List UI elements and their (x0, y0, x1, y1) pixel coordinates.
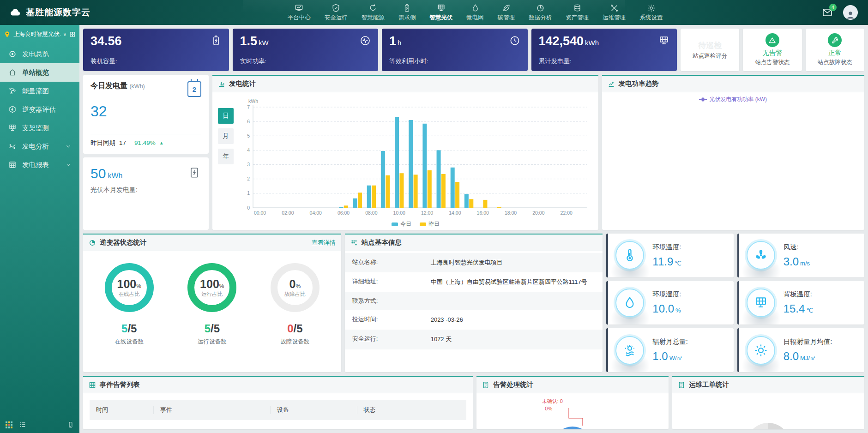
nav-item-icon (647, 4, 656, 12)
power-trend-panel: 发电功率趋势 024681000:0002:0004:0006:0008:001… (602, 75, 864, 230)
device-count: 5/5 (205, 322, 220, 335)
sidebar-item[interactable]: 单站概览 (0, 63, 79, 82)
charts-row: 今日发电量 (kWh) 2 32 昨日同期 17 91.49% ▲ 50kWh … (83, 75, 864, 230)
stat-value: 34.56 (90, 34, 222, 48)
svg-text:7: 7 (247, 104, 250, 110)
donut-ring: 100% 运行占比 (187, 263, 236, 312)
legend-item[interactable]: 昨日 (420, 220, 440, 228)
nav-item[interactable]: 运维管理 (602, 2, 627, 24)
nav-item[interactable]: 安全运行 (324, 2, 349, 24)
svg-text:08:00: 08:00 (365, 210, 377, 216)
palette-grid-icon[interactable] (6, 421, 12, 428)
weather-label: 背板温度: (784, 290, 813, 299)
site-info-row: 投运时间: 2023 -03-26 (345, 310, 603, 330)
site-info-panel: 站点基本信息 站点名称: 上海良时智慧光伏发电项目 详细地址: 中国（上海）自由… (345, 234, 603, 372)
brand: 基胜能源数字云 (0, 6, 139, 18)
sidebar-item[interactable]: 支架监测 (0, 119, 79, 137)
user-icon (845, 10, 856, 20)
sidebar-item-label: 发电总览 (22, 50, 49, 59)
period-tabs: 日月年 (217, 97, 236, 229)
nav-item[interactable]: 平台中心 (287, 2, 312, 24)
nav-item[interactable]: 微电网 (465, 2, 485, 24)
weather-card: 辐射月总量: 1.0W/㎡ (606, 328, 733, 372)
mobile-icon[interactable] (67, 421, 74, 428)
donut-percent: 100% (117, 277, 141, 291)
info-label: 投运时间: (352, 315, 431, 325)
stat-icon (360, 35, 371, 46)
work-order-panel: 运维工单统计 (672, 376, 864, 429)
chevron-down-icon: ∨ (63, 32, 66, 37)
nav-item-label: 智慧光伏 (429, 14, 452, 22)
nav-item-label: 数据分析 (529, 14, 552, 22)
station-selector[interactable]: 上海良时智慧光伏... ∨ (4, 30, 76, 38)
power-line-chart[interactable]: 024681000:0002:0004:0006:0008:0010:0012:… (606, 96, 861, 104)
generation-bar-chart[interactable]: 0123456700:0002:0004:0006:0008:0010:0012… (236, 97, 595, 229)
donut-label: 运行占比 (201, 291, 223, 298)
donut-stat: 0% 故障占比 0/5 故障设备数 (271, 263, 319, 372)
nav-item[interactable]: 需求侧 (398, 2, 417, 24)
nav-item[interactable]: 智慧能源 (361, 2, 386, 24)
tab-月[interactable]: 月 (218, 128, 234, 144)
svg-text:14:00: 14:00 (449, 210, 461, 216)
month-generation-label: 光伏本月发电量: (90, 186, 201, 194)
nav-item[interactable]: 资产管理 (565, 2, 590, 24)
status-cards: 待巡检 站点巡检评分 无告警 站点告警状态 正常 站点故障状态 (681, 29, 864, 71)
sidebar-item[interactable]: 能量流图 (0, 82, 79, 100)
device-count-label: 在线设备数 (115, 338, 144, 346)
nav-item[interactable]: 数据分析 (528, 2, 553, 24)
svg-text:16:00: 16:00 (477, 210, 489, 216)
bottom-row: 事件告警列表 时间事件设备状态 告警处理统计 未确认: 0 0% (83, 376, 864, 429)
nav-item-label: 运维管理 (603, 14, 626, 22)
sidebar-item[interactable]: 发电总览 (0, 45, 79, 63)
tab-年[interactable]: 年 (218, 149, 234, 164)
weather-icon-circle (615, 241, 644, 270)
nav-item-icon (295, 4, 303, 12)
info-label: 站点名称: (352, 258, 431, 267)
info-value (431, 297, 596, 305)
weather-card: 背板温度: 15.4℃ (737, 281, 864, 325)
messages-button[interactable]: 4 (822, 7, 833, 18)
station-grid-button[interactable] (69, 31, 76, 38)
app-title: 基胜能源数字云 (26, 6, 90, 18)
weather-text: 背板温度: 15.4℃ (784, 290, 813, 315)
donut-stat: 100% 在线占比 5/5 在线设备数 (105, 263, 154, 372)
weather-value: 1.0W/㎡ (652, 350, 688, 363)
status-card: 无告警 站点告警状态 (743, 29, 802, 71)
nav-item[interactable]: 智慧光伏 (428, 2, 453, 24)
sidebar-item[interactable]: 发电报表 (0, 156, 79, 174)
document-icon (482, 381, 489, 389)
svg-text:1: 1 (247, 190, 250, 196)
weather-icon-circle (747, 241, 775, 270)
user-avatar[interactable] (843, 5, 858, 20)
weather-label: 环境湿度: (652, 290, 681, 299)
legend-item[interactable]: 光伏发电有功功率 (kW) (699, 96, 767, 103)
work-order-pie-chart[interactable] (746, 423, 790, 429)
status-icon (828, 33, 842, 47)
nav-item[interactable]: 系统设置 (639, 2, 663, 24)
message-count-badge: 4 (829, 4, 837, 11)
nav-item-icon (610, 4, 619, 12)
donut-label: 故障占比 (284, 291, 306, 298)
nav-item[interactable]: 碳管理 (497, 2, 516, 24)
alarm-pie-body: 未确认: 0 0% (476, 393, 669, 429)
nav-item-label: 系统设置 (639, 14, 663, 22)
today-generation-value: 32 (90, 103, 201, 134)
sidebar-item[interactable]: 逆变器评估 (0, 100, 79, 119)
alarm-pie-chart[interactable] (553, 427, 592, 429)
info-value: 上海良时智慧光伏发电项目 (431, 258, 596, 267)
stat-label: 累计发电量: (539, 57, 670, 66)
sidebar-item-label: 发电分析 (22, 142, 49, 151)
view-details-link[interactable]: 查看详情 (312, 239, 336, 247)
weather-icon (623, 248, 637, 262)
sidebar-item-label: 能量流图 (22, 87, 49, 96)
panel-header: 运维工单统计 (672, 377, 864, 393)
legend-item[interactable]: 今日 (392, 220, 411, 228)
list-icon[interactable] (19, 421, 26, 428)
stat-card: 142,540kWh 累计发电量: (531, 29, 677, 71)
svg-text:18:00: 18:00 (505, 210, 517, 216)
stat-label: 实时功率: (240, 57, 371, 66)
up-arrow-icon: ▲ (159, 140, 164, 145)
tab-日[interactable]: 日 (218, 108, 234, 124)
sidebar-item[interactable]: 发电分析 (0, 137, 79, 156)
status-value: 正常 (828, 48, 842, 57)
